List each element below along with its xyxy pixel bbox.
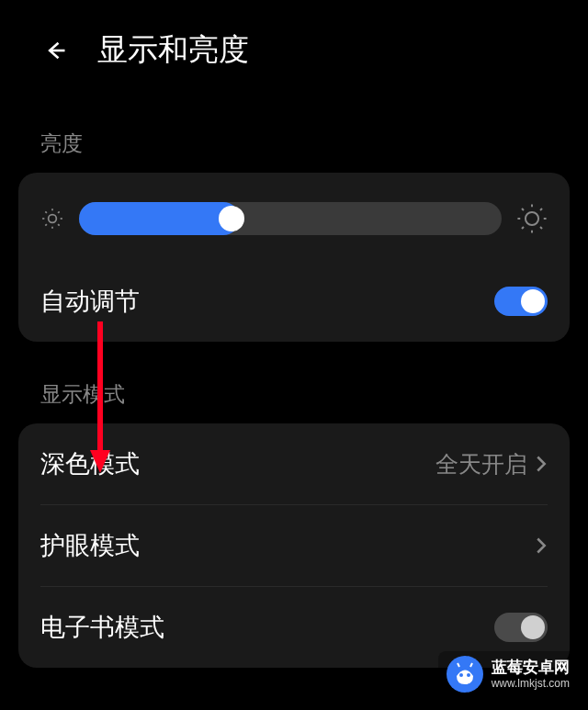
svg-point-23 bbox=[467, 673, 470, 677]
brightness-high-icon bbox=[516, 203, 548, 234]
brightness-card: 自动调节 bbox=[18, 173, 570, 342]
dark-mode-row[interactable]: 深色模式 全天开启 bbox=[40, 423, 548, 505]
svg-line-5 bbox=[58, 224, 60, 226]
brightness-section-label: 亮度 bbox=[0, 93, 588, 173]
svg-line-4 bbox=[45, 211, 47, 213]
svg-point-10 bbox=[526, 212, 538, 225]
svg-point-22 bbox=[459, 673, 463, 677]
ebook-mode-toggle[interactable] bbox=[494, 613, 548, 642]
svg-point-1 bbox=[49, 215, 57, 223]
svg-line-13 bbox=[522, 208, 524, 210]
chevron-right-icon bbox=[535, 455, 548, 473]
auto-brightness-toggle[interactable] bbox=[494, 287, 548, 316]
eye-care-label: 护眼模式 bbox=[40, 529, 140, 562]
svg-line-17 bbox=[522, 227, 524, 229]
eye-care-row[interactable]: 护眼模式 bbox=[40, 505, 548, 587]
watermark-title: 蓝莓安卓网 bbox=[492, 659, 570, 677]
display-mode-card: 深色模式 全天开启 护眼模式 电子书模式 bbox=[18, 423, 570, 668]
svg-line-18 bbox=[540, 208, 542, 210]
watermark-url: www.lmkjst.com bbox=[492, 677, 570, 690]
dark-mode-label: 深色模式 bbox=[40, 447, 140, 480]
dark-mode-value-text: 全天开启 bbox=[435, 449, 527, 479]
page-title: 显示和亮度 bbox=[97, 29, 249, 71]
watermark-text: 蓝莓安卓网 www.lmkjst.com bbox=[492, 659, 570, 691]
watermark-logo-icon bbox=[446, 655, 484, 693]
brightness-low-icon bbox=[40, 207, 64, 231]
auto-brightness-label: 自动调节 bbox=[40, 285, 140, 318]
svg-line-14 bbox=[540, 227, 542, 229]
dark-mode-value: 全天开启 bbox=[435, 449, 548, 479]
brightness-slider[interactable] bbox=[79, 202, 502, 235]
auto-brightness-row: 自动调节 bbox=[40, 261, 548, 342]
brightness-slider-row bbox=[40, 173, 548, 261]
header: 显示和亮度 bbox=[0, 0, 588, 93]
svg-line-9 bbox=[58, 211, 60, 213]
ebook-mode-label: 电子书模式 bbox=[40, 611, 164, 644]
back-icon[interactable] bbox=[40, 36, 70, 65]
chevron-right-icon bbox=[535, 536, 548, 555]
eye-care-chevron bbox=[535, 536, 548, 555]
brightness-slider-thumb[interactable] bbox=[219, 206, 244, 231]
svg-line-8 bbox=[45, 224, 47, 226]
watermark: 蓝莓安卓网 www.lmkjst.com bbox=[438, 651, 577, 697]
display-mode-section-label: 显示模式 bbox=[0, 342, 588, 423]
